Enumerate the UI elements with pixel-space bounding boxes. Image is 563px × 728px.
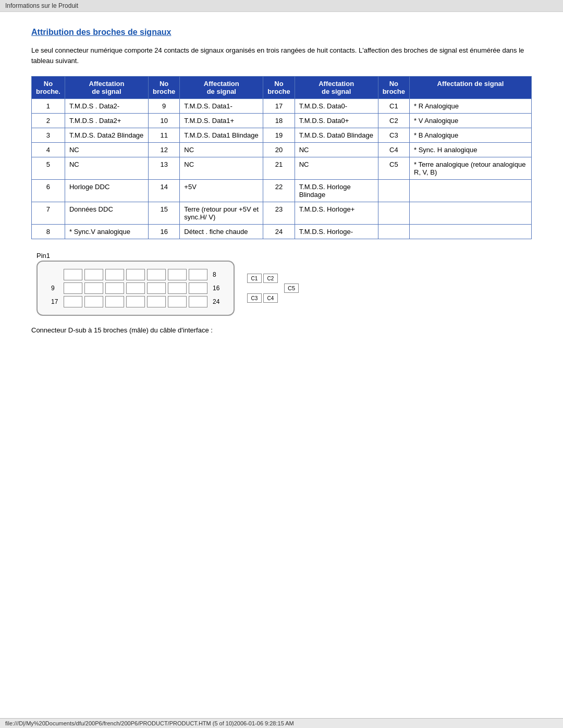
c-row-bottom: C3 C4 (247, 293, 278, 303)
table-cell: 5 (32, 157, 65, 180)
table-header-row: Nobroche. Affectationde signal Nobroche … (32, 77, 532, 99)
table-cell: 13 (148, 157, 179, 180)
connector-row-2: 9 16 (48, 282, 223, 294)
table-row: 5NC13NC21NCC5* Terre analogique (retour … (32, 157, 532, 180)
row-label-2: 9 (51, 285, 62, 292)
c3-box: C3 (247, 293, 262, 303)
table-cell (410, 180, 532, 202)
table-cell: 10 (148, 114, 179, 128)
pin-box (147, 269, 166, 280)
c2-box: C2 (263, 274, 278, 283)
table-cell: T.M.D.S . Data2- (65, 99, 148, 114)
connector-row-3: 17 24 (48, 296, 223, 307)
table-cell: 1 (32, 99, 65, 114)
diagram-wrapper: 8 9 16 (31, 261, 299, 316)
table-cell: T.M.D.S. Data2 Blindage (65, 128, 148, 143)
header-affect1: Affectationde signal (65, 77, 148, 99)
pin-box (84, 296, 103, 307)
table-cell: 19 (263, 128, 295, 143)
table-cell: T.M.D.S. Data1 Blindage (180, 128, 263, 143)
col-end-1: 8 (213, 271, 223, 278)
table-cell: 7 (32, 202, 65, 225)
table-cell: 18 (263, 114, 295, 128)
pin-box (126, 296, 145, 307)
table-cell: 4 (32, 143, 65, 157)
table-cell: NC (295, 157, 378, 180)
table-cell: 2 (32, 114, 65, 128)
table-row: 2T.M.D.S . Data2+10T.M.D.S. Data1+18T.M.… (32, 114, 532, 128)
table-cell: T.M.D.S. Data0 Blindage (295, 128, 378, 143)
table-cell: 8 (32, 225, 65, 239)
pin1-label: Pin1 (36, 252, 50, 260)
table-cell: T.M.D.S. Horloge+ (295, 202, 378, 225)
table-cell: NC (295, 143, 378, 157)
pin-box (168, 269, 187, 280)
col-end-2: 16 (213, 285, 223, 292)
table-body: 1T.M.D.S . Data2-9T.M.D.S. Data1-17T.M.D… (32, 99, 532, 239)
table-cell: 20 (263, 143, 295, 157)
table-cell: NC (65, 143, 148, 157)
table-cell: 12 (148, 143, 179, 157)
pin-box (64, 296, 82, 307)
table-row: 6Horloge DDC14+5V22T.M.D.S. Horloge Blin… (32, 180, 532, 202)
table-row: 3T.M.D.S. Data2 Blindage11T.M.D.S. Data1… (32, 128, 532, 143)
c4-box: C4 (263, 293, 278, 303)
connector-grid: 8 9 16 (48, 269, 223, 307)
row-label-1 (51, 271, 62, 278)
header-affect2: Affectationde signal (180, 77, 263, 99)
table-cell: +5V (180, 180, 263, 202)
table-cell: T.M.D.S. Data1- (180, 99, 263, 114)
table-cell: * Terre analogique (retour analogique R,… (410, 157, 532, 180)
table-cell (378, 225, 409, 239)
table-cell: T.M.D.S . Data2+ (65, 114, 148, 128)
pin-box (84, 269, 103, 280)
c-pins-section: C1 C2 C3 C4 C5 (240, 274, 299, 303)
main-content: Attribution des broches de signaux Le se… (0, 12, 563, 344)
table-cell: 14 (148, 180, 179, 202)
header-no2: Nobroche (148, 77, 179, 99)
top-bar: Informations sur le Produit (0, 0, 563, 12)
table-cell (410, 202, 532, 225)
pin-box (105, 269, 124, 280)
pin-box (126, 282, 145, 294)
pin-box (126, 269, 145, 280)
table-cell: C5 (378, 157, 409, 180)
table-cell: 6 (32, 180, 65, 202)
table-cell: 3 (32, 128, 65, 143)
pin-box (84, 282, 103, 294)
pin-box (64, 269, 82, 280)
connector-diagram: 8 9 16 (36, 261, 235, 316)
bottom-text: Connecteur D-sub à 15 broches (mâle) du … (31, 326, 532, 334)
table-cell (378, 180, 409, 202)
header-affect3: Affectationde signal (295, 77, 378, 99)
c5-box: C5 (284, 283, 299, 293)
table-cell: Détect . fiche chaude (180, 225, 263, 239)
c-row-top: C1 C2 (247, 274, 278, 283)
status-bar: file:///D|/My%20Documents/dfu/200P6/fren… (0, 718, 563, 728)
signal-table: Nobroche. Affectationde signal Nobroche … (31, 76, 532, 239)
intro-text: Le seul connecteur numérique comporte 24… (31, 45, 532, 66)
table-cell: NC (180, 157, 263, 180)
header-affect4: Affectation de signal (410, 77, 532, 99)
table-cell: T.M.D.S. Horloge Blindage (295, 180, 378, 202)
table-row: 4NC12NC20NCC4* Sync. H analogique (32, 143, 532, 157)
table-cell: * R Analogique (410, 99, 532, 114)
status-url: file:///D|/My%20Documents/dfu/200P6/fren… (5, 720, 294, 726)
table-cell: Données DDC (65, 202, 148, 225)
connector-row-1: 8 (48, 269, 223, 280)
c-pins: C1 C2 C3 C4 (247, 274, 278, 303)
pin-box (189, 282, 207, 294)
table-cell: T.M.D.S. Data0- (295, 99, 378, 114)
table-cell: C2 (378, 114, 409, 128)
table-row: 1T.M.D.S . Data2-9T.M.D.S. Data1-17T.M.D… (32, 99, 532, 114)
table-cell: 24 (263, 225, 295, 239)
pin-box (147, 282, 166, 294)
table-cell: 22 (263, 180, 295, 202)
table-row: 7Données DDC15Terre (retour pour +5V et … (32, 202, 532, 225)
table-cell: * B Analogique (410, 128, 532, 143)
table-cell: 17 (263, 99, 295, 114)
header-no3: Nobroche (263, 77, 295, 99)
header-no1: Nobroche. (32, 77, 65, 99)
col-end-3: 24 (213, 298, 223, 305)
row-label-3: 17 (51, 298, 62, 305)
